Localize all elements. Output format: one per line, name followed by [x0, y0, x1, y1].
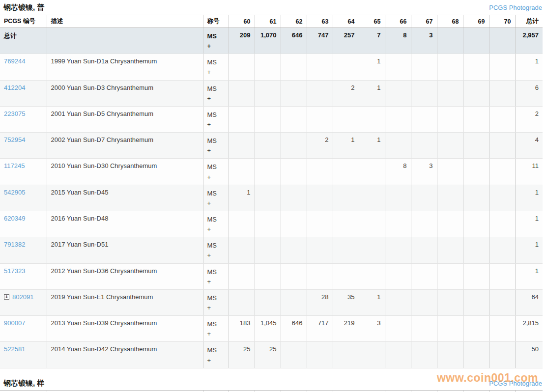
grade-cell [463, 133, 489, 159]
grade-cell [437, 289, 463, 315]
grade-cell [281, 237, 307, 263]
grade-cell [411, 211, 437, 237]
grade-cell [255, 80, 281, 106]
total-cell: 2,957 [515, 28, 543, 54]
grade-cell [437, 133, 463, 159]
coin-description: 2002 Yuan Sun-D7 Chrysanthemum [47, 133, 203, 159]
grade-cell [229, 289, 255, 315]
grade-cell [281, 211, 307, 237]
table-row: 5225812014 Yuan Sun-D42 ChrysanthemumMS … [0, 342, 543, 368]
total-cell: 1 [515, 211, 543, 237]
grade-cell [281, 106, 307, 132]
cert-link[interactable]: 522581 [4, 345, 25, 353]
column-header: PCGS 编号 [0, 15, 47, 28]
grade-cell: 646 [281, 28, 307, 54]
grade-cell [359, 211, 385, 237]
grade-cell: 1 [359, 54, 385, 80]
total-cell: 2 [515, 106, 543, 132]
grade-cell: 183 [229, 316, 255, 342]
grade-cell [385, 342, 411, 368]
cert-link[interactable]: 517323 [4, 267, 25, 275]
column-header: 63 [307, 390, 333, 392]
cert-link[interactable]: 117245 [4, 162, 25, 169]
cert-link[interactable]: 412204 [4, 84, 25, 91]
grade-cell [411, 289, 437, 315]
grade-cell [307, 106, 333, 132]
grade-cell [255, 106, 281, 132]
cert-cell: 223075 [0, 106, 47, 132]
column-header: 65 [359, 15, 385, 28]
cert-cell: 117245 [0, 159, 47, 185]
grade-cell [463, 106, 489, 132]
grade-cell [281, 133, 307, 159]
column-header: 69 [463, 15, 489, 28]
grade-cell [385, 211, 411, 237]
cert-link[interactable]: 223075 [4, 110, 25, 117]
grade-cell: 3 [359, 316, 385, 342]
pcgs-photograde-link[interactable]: PCGS Photograde [489, 380, 542, 387]
cert-link[interactable]: 791382 [4, 241, 25, 248]
grade-cell [463, 289, 489, 315]
designation-cell: MS + [203, 237, 229, 263]
total-label-cell: 总计 [0, 28, 47, 54]
column-header: 61 [255, 390, 281, 392]
cert-cell: 517323 [0, 263, 47, 289]
pcgs-photograde-link[interactable]: PCGS Photograde [489, 4, 542, 11]
grade-cell [463, 237, 489, 263]
cert-link[interactable]: 542905 [4, 189, 25, 196]
grade-cell [385, 106, 411, 132]
designation-cell: MS + [203, 342, 229, 368]
grade-cell [463, 211, 489, 237]
grade-cell: 8 [385, 159, 411, 185]
coin-description: 2016 Yuan Sun-D48 [47, 211, 203, 237]
cert-link[interactable]: 802091 [12, 293, 33, 301]
column-header: 60 [229, 390, 255, 392]
grade-cell [411, 342, 437, 368]
cert-link[interactable]: 752954 [4, 136, 25, 143]
grade-cell [489, 263, 515, 289]
grade-cell [489, 185, 515, 211]
coin-description: 2000 Yuan Sun-D3 Chrysanthemum [47, 80, 203, 106]
cert-link[interactable]: 900007 [4, 319, 25, 327]
grade-cell [281, 185, 307, 211]
section-header: 钢芯镀镍, 普 PCGS Photograde [0, 0, 546, 15]
column-header: 称号 [203, 390, 229, 392]
column-header: 70 [489, 390, 515, 392]
grade-cell [307, 80, 333, 106]
grade-cell [411, 80, 437, 106]
grade-cell: 209 [229, 28, 255, 54]
grade-cell: 1 [229, 185, 255, 211]
grade-cell [385, 316, 411, 342]
grade-cell: 1 [359, 289, 385, 315]
column-header: 总计 [515, 15, 543, 28]
cert-link[interactable]: 769244 [4, 57, 25, 65]
grade-cell [411, 106, 437, 132]
section-header: 钢芯镀镍, 样 PCGS Photograde [0, 375, 546, 390]
grade-cell [307, 54, 333, 80]
coin-description [47, 28, 203, 54]
grade-cell [437, 316, 463, 342]
designation-cell: MS + [203, 54, 229, 80]
grade-cell [281, 80, 307, 106]
table-row: 6203492016 Yuan Sun-D48MS +1 [0, 211, 543, 237]
coin-description: 2015 Yuan Sun-D45 [47, 185, 203, 211]
grade-cell [437, 54, 463, 80]
cert-link[interactable]: 620349 [4, 215, 25, 222]
grade-cell [437, 28, 463, 54]
grade-cell [463, 342, 489, 368]
grade-cell [489, 80, 515, 106]
grade-cell [307, 237, 333, 263]
cert-cell: +802091 [0, 289, 47, 315]
grade-cell [385, 80, 411, 106]
expand-plus-icon[interactable]: + [4, 294, 9, 300]
column-header: PCGS 编号 [0, 390, 47, 392]
total-row: 总计MS +2091,0706467472577832,957 [0, 28, 543, 54]
total-cell: 50 [515, 342, 543, 368]
grade-cell [463, 28, 489, 54]
grade-cell [359, 237, 385, 263]
column-header: 67 [411, 15, 437, 28]
table-row: 2230752001 Yuan Sun-D5 ChrysanthemumMS +… [0, 106, 543, 132]
column-header: 64 [333, 390, 359, 392]
column-header: 69 [463, 390, 489, 392]
grade-cell [307, 263, 333, 289]
